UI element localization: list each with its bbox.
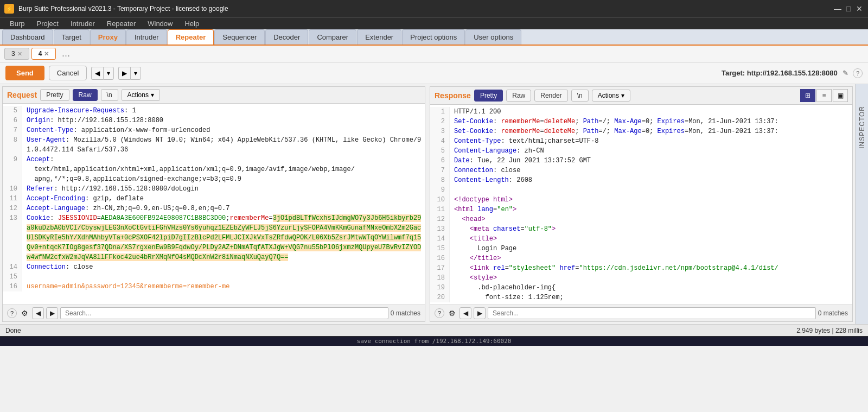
target-label: Target: http://192.168.155.128:8080 bbox=[722, 69, 838, 77]
repeater-toolbar: Send Cancel ◀ ▾ ▶ ▾ Target: http://192.1… bbox=[0, 62, 868, 84]
inspector-label: INSPECTOR bbox=[858, 106, 866, 149]
session-tab-4[interactable]: 4 ✕ bbox=[31, 48, 56, 60]
code-line: 15 Login Page bbox=[430, 244, 852, 253]
tab-comparer[interactable]: Comparer bbox=[309, 29, 356, 45]
response-code-area[interactable]: 1 HTTP/1.1 200 2 Set-Cookie: rememberMe=… bbox=[430, 105, 852, 305]
menu-item-repeater[interactable]: Repeater bbox=[101, 18, 141, 29]
view-list-icon[interactable]: ≡ bbox=[816, 89, 832, 102]
response-tab-raw[interactable]: Raw bbox=[506, 90, 531, 102]
response-panel: Response Pretty Raw Render \n Actions ▾ … bbox=[430, 86, 853, 322]
request-actions-button[interactable]: Actions ▾ bbox=[122, 89, 160, 101]
code-line: 8 User-Agent: Mozilla/5.0 (Windows NT 10… bbox=[3, 135, 425, 155]
response-search-input[interactable] bbox=[488, 307, 816, 319]
tab-user-options[interactable]: User options bbox=[465, 29, 521, 45]
request-search-settings-icon[interactable]: ⚙ bbox=[19, 308, 30, 319]
menu-item-project[interactable]: Project bbox=[31, 18, 63, 29]
tab-extender[interactable]: Extender bbox=[357, 29, 401, 45]
request-search-next-icon[interactable]: ▶ bbox=[46, 307, 58, 319]
nav-back-dropdown[interactable]: ▾ bbox=[103, 67, 114, 80]
title-bar: ⚡ Burp Suite Professional v2021.3 - Temp… bbox=[0, 0, 868, 17]
title-text: Burp Suite Professional v2021.3 - Tempor… bbox=[18, 5, 829, 12]
code-line: 9 bbox=[430, 185, 852, 195]
response-search-prev-icon[interactable]: ◀ bbox=[459, 307, 471, 319]
code-line: 1 HTTP/1.1 200 bbox=[430, 107, 852, 117]
bottom-notice: save connection from /192.168.172.149:60… bbox=[0, 336, 868, 346]
code-line: 14 <title> bbox=[430, 234, 852, 244]
actions-chevron-icon: ▾ bbox=[151, 91, 154, 99]
send-button[interactable]: Send bbox=[5, 66, 44, 80]
code-line: 5 Content-Language: zh-CN bbox=[430, 146, 852, 156]
request-tab-pretty[interactable]: Pretty bbox=[40, 89, 69, 101]
request-title: Request bbox=[7, 91, 37, 99]
response-search-next-icon[interactable]: ▶ bbox=[474, 307, 486, 319]
session-close-3[interactable]: ✕ bbox=[17, 50, 22, 58]
code-line: 6 Date: Tue, 22 Jun 2021 13:37:52 GMT bbox=[430, 156, 852, 166]
response-tab-pretty[interactable]: Pretty bbox=[474, 90, 503, 102]
window-controls: — □ ✕ bbox=[833, 4, 864, 13]
nav-back-button[interactable]: ◀ bbox=[91, 67, 103, 80]
nav-forward-dropdown[interactable]: ▾ bbox=[130, 67, 141, 80]
main-tab-bar: Dashboard Target Proxy Intruder Repeater… bbox=[0, 29, 868, 46]
session-close-4[interactable]: ✕ bbox=[44, 50, 49, 58]
request-panel-header: Request Pretty Raw \n Actions ▾ bbox=[3, 87, 425, 104]
response-search-help-icon[interactable]: ? bbox=[435, 308, 444, 318]
tab-target[interactable]: Target bbox=[54, 29, 90, 45]
session-add-button[interactable]: … bbox=[58, 48, 73, 60]
code-line: 18 <style> bbox=[430, 273, 852, 283]
response-tab-newline[interactable]: \n bbox=[571, 90, 589, 102]
response-actions-button[interactable]: Actions ▾ bbox=[592, 90, 630, 102]
status-left: Done bbox=[5, 327, 21, 334]
request-search-prev-icon[interactable]: ◀ bbox=[32, 307, 44, 319]
request-tab-newline[interactable]: \n bbox=[101, 89, 118, 101]
tab-intruder[interactable]: Intruder bbox=[126, 29, 167, 45]
menu-bar: Burp Project Intruder Repeater Window He… bbox=[0, 17, 868, 29]
session-tab-bar: 3 ✕ 4 ✕ … bbox=[0, 46, 868, 62]
menu-item-intruder[interactable]: Intruder bbox=[65, 18, 100, 29]
session-tab-3[interactable]: 3 ✕ bbox=[4, 48, 29, 60]
code-line: 10 <!doctype html> bbox=[430, 195, 852, 205]
maximize-button[interactable]: □ bbox=[844, 4, 853, 13]
code-line: 12 Accept-Language: zh-CN,zh;q=0.9,en-US… bbox=[3, 204, 425, 213]
code-line: 2 Set-Cookie: rememberMe=deleteMe; Path=… bbox=[430, 117, 852, 126]
menu-item-window[interactable]: Window bbox=[142, 18, 178, 29]
status-bar: Done 2,949 bytes | 228 millis bbox=[0, 324, 868, 336]
response-search-matches: 0 matches bbox=[818, 309, 848, 317]
code-line: 15 bbox=[3, 272, 425, 282]
request-code-area[interactable]: 5 Upgrade-Insecure-Requests: 1 6 Origin:… bbox=[3, 104, 425, 305]
tab-repeater[interactable]: Repeater bbox=[168, 29, 214, 45]
view-grid-icon[interactable]: ▣ bbox=[833, 89, 848, 102]
panels-container: Request Pretty Raw \n Actions ▾ 5 Upgrad… bbox=[0, 84, 868, 324]
request-tab-raw[interactable]: Raw bbox=[73, 89, 98, 101]
code-line: 8 Content-Length: 2608 bbox=[430, 175, 852, 185]
code-line: 7 Content-Type: application/x-www-form-u… bbox=[3, 125, 425, 135]
response-actions-chevron-icon: ▾ bbox=[621, 92, 624, 99]
code-line: 17 <link rel="stylesheet" href="https://… bbox=[430, 263, 852, 273]
tab-proxy[interactable]: Proxy bbox=[90, 29, 126, 45]
code-line: 19 .bd-placeholder-img{ bbox=[430, 283, 852, 293]
menu-item-burp[interactable]: Burp bbox=[4, 18, 30, 29]
code-line: 14 Connection: close bbox=[3, 262, 425, 272]
tab-project-options[interactable]: Project options bbox=[402, 29, 465, 45]
request-search-help-icon[interactable]: ? bbox=[7, 308, 17, 318]
tab-dashboard[interactable]: Dashboard bbox=[2, 29, 53, 45]
minimize-button[interactable]: — bbox=[833, 4, 842, 13]
code-line: 16 username=admin&password=12345&remembe… bbox=[3, 282, 425, 291]
response-search-settings-icon[interactable]: ⚙ bbox=[446, 308, 457, 319]
code-line: 7 Connection: close bbox=[430, 166, 852, 175]
nav-forward-button[interactable]: ▶ bbox=[118, 67, 130, 80]
response-panel-header: Response Pretty Raw Render \n Actions ▾ … bbox=[430, 87, 852, 105]
view-toggle: ⊞ ≡ ▣ bbox=[800, 89, 848, 102]
request-search-input[interactable] bbox=[60, 307, 388, 319]
help-icon[interactable]: ? bbox=[853, 68, 863, 78]
tab-sequencer[interactable]: Sequencer bbox=[214, 29, 265, 45]
edit-target-icon[interactable]: ✎ bbox=[843, 69, 848, 77]
inspector-sidebar: INSPECTOR bbox=[855, 84, 868, 324]
menu-item-help[interactable]: Help bbox=[179, 18, 205, 29]
code-line: 10 Referer: http://192.168.155.128:8080/… bbox=[3, 184, 425, 194]
view-split-icon[interactable]: ⊞ bbox=[800, 89, 815, 102]
cancel-button[interactable]: Cancel bbox=[49, 66, 87, 80]
code-line: 13 Cookie: JSESSIONID=AEDA0A3E600FB924E0… bbox=[3, 213, 425, 262]
tab-decoder[interactable]: Decoder bbox=[265, 29, 308, 45]
close-button[interactable]: ✕ bbox=[855, 4, 864, 13]
response-tab-render[interactable]: Render bbox=[534, 90, 567, 102]
